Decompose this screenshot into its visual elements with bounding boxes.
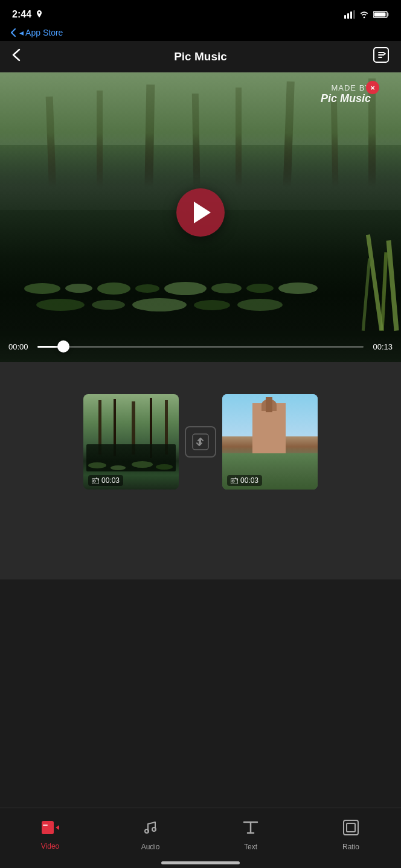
svg-point-12 (232, 480, 234, 482)
appstore-back-label[interactable]: ◂ App Store (19, 28, 63, 37)
progress-bar: 00:00 00:13 (0, 331, 401, 362)
video-tab-icon (41, 820, 59, 838)
tab-video[interactable]: Video (0, 808, 100, 856)
home-indicator (161, 861, 240, 864)
total-time: 00:13 (370, 342, 393, 351)
svg-rect-5 (388, 13, 389, 16)
clip-1[interactable]: 00:03 (83, 394, 179, 490)
svg-rect-6 (374, 13, 386, 17)
battery-icon (373, 10, 389, 19)
page-title: Pic Music (174, 50, 227, 63)
watermark-made-by: MADE BY (321, 83, 371, 92)
nav-bar: Pic Music (0, 41, 401, 72)
appstore-back-icon (11, 28, 16, 37)
time-display: 2:44 (12, 9, 31, 20)
svg-point-17 (152, 828, 156, 831)
tab-bar: Video Audio Text Ratio (0, 808, 401, 868)
location-icon (36, 10, 43, 19)
back-button[interactable] (12, 48, 34, 65)
svg-point-16 (145, 829, 149, 833)
photo-icon (92, 477, 99, 483)
svg-rect-18 (344, 820, 358, 835)
svg-rect-19 (347, 823, 355, 832)
svg-rect-3 (353, 10, 355, 19)
current-time: 00:00 (8, 342, 31, 351)
tab-ratio[interactable]: Ratio (301, 808, 401, 856)
wifi-icon (359, 10, 370, 19)
watermark-close-button[interactable]: × (366, 81, 379, 94)
audio-tab-icon (142, 819, 159, 839)
clip-2-duration: 00:03 (227, 475, 262, 486)
timeline-strip: 00:03 (71, 394, 330, 490)
status-icons (344, 10, 389, 19)
status-bar: 2:44 (0, 0, 401, 27)
clip-2[interactable]: 00:03 (222, 394, 318, 490)
share-button[interactable] (367, 47, 389, 66)
tab-audio[interactable]: Audio (100, 808, 200, 856)
appstore-bar[interactable]: ◂ App Store (0, 27, 401, 41)
tab-video-label: Video (41, 842, 59, 850)
clip-2-time: 00:03 (240, 476, 258, 485)
bottom-spacer (0, 519, 401, 579)
svg-marker-14 (56, 825, 59, 830)
status-time: 2:44 (12, 9, 43, 20)
svg-rect-13 (42, 821, 54, 834)
add-transition-button[interactable] (185, 426, 216, 458)
signal-icon (344, 10, 355, 19)
play-icon (194, 202, 211, 223)
play-button[interactable] (176, 188, 225, 237)
text-tab-icon (243, 819, 258, 839)
progress-track[interactable] (37, 346, 364, 348)
video-player: MADE BY Pic Music × 00:00 00:13 (0, 72, 401, 362)
tab-text-label: Text (244, 843, 257, 851)
progress-thumb[interactable] (57, 340, 69, 353)
watermark: MADE BY Pic Music × (321, 83, 371, 105)
tab-ratio-label: Ratio (342, 843, 359, 851)
clip-1-duration: 00:03 (88, 475, 123, 486)
svg-rect-15 (43, 825, 48, 826)
clip-1-time: 00:03 (101, 476, 120, 485)
svg-rect-0 (344, 15, 346, 19)
ratio-tab-icon (342, 819, 359, 839)
watermark-app-name: Pic Music (321, 92, 371, 105)
svg-rect-1 (347, 13, 349, 19)
edit-area: 00:03 (0, 362, 401, 519)
svg-point-9 (93, 480, 95, 482)
add-transition-icon (192, 433, 209, 450)
tab-text[interactable]: Text (200, 808, 301, 856)
tab-audio-label: Audio (141, 843, 160, 851)
photo-icon-2 (231, 477, 238, 483)
svg-rect-2 (350, 11, 352, 19)
